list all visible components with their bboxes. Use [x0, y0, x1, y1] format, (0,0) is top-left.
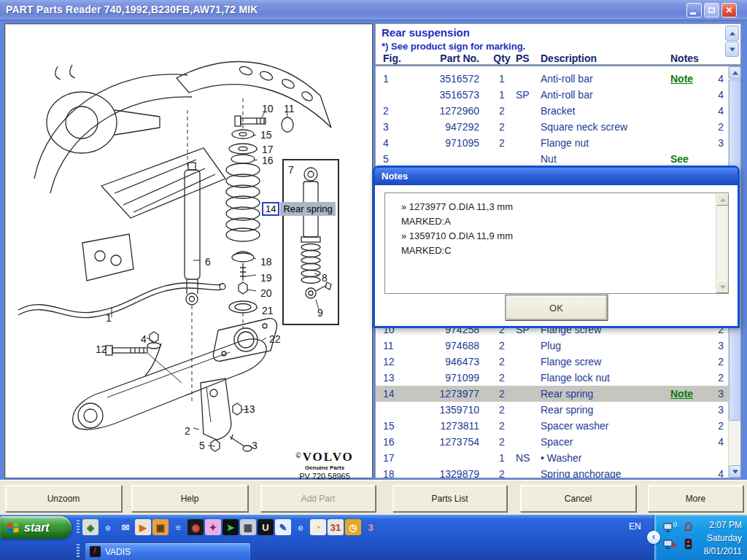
parts-row[interactable]: 171NS• Washer — [376, 450, 728, 466]
script-editor-icon[interactable]: ◈ — [82, 519, 98, 535]
parts-row[interactable]: 35165731SPAnti-roll bar4 — [376, 87, 728, 103]
parts-row[interactable]: 1512738112Spacer washer2 — [376, 418, 728, 434]
tray-clock[interactable]: 2:07 PM Saturday 8/01/2011 — [704, 518, 743, 558]
help-button[interactable]: Help — [131, 485, 248, 512]
diagram-callout-17: 17 — [262, 144, 274, 155]
parts-row[interactable]: 119746882Plug3 — [376, 338, 728, 354]
parts-row[interactable]: 212729602Bracket4 — [376, 103, 728, 119]
system-tray: ‹ 2:07 PM Saturday 8/ — [654, 515, 747, 560]
note-link[interactable]: Note — [670, 73, 716, 85]
clock-app-icon[interactable]: ◷ — [345, 519, 361, 535]
parts-row[interactable]: 49710952Flange nut3 — [376, 135, 728, 151]
calculator-icon[interactable]: ▦ — [240, 519, 256, 535]
cell-desc: Flange nut — [541, 137, 670, 149]
email-icon[interactable]: ✉ — [117, 519, 133, 535]
diagram-callout-16: 16 — [262, 155, 274, 166]
cell-fig: 17 — [383, 452, 412, 464]
alert-icon[interactable] — [681, 520, 696, 534]
diagram-callout-18: 18 — [260, 256, 272, 268]
parts-row[interactable]: 135165721Anti-roll barNote4 — [376, 71, 728, 87]
internet-explorer-icon[interactable]: e — [100, 519, 116, 535]
note-link[interactable]: Note — [670, 388, 716, 400]
col-part-no: Part No. — [412, 52, 488, 64]
parts-row[interactable]: 129464732Flange screw2 — [376, 354, 728, 370]
network-status-icon[interactable] — [663, 520, 678, 534]
notes-scroll-down[interactable] — [716, 281, 729, 293]
cell-qty: 2 — [488, 436, 516, 448]
taskbar-button-vadis[interactable]: VADIS — [85, 542, 251, 560]
diagram-callout-15: 15 — [260, 129, 272, 141]
maximize-button[interactable] — [704, 3, 719, 18]
diagram-panel[interactable]: 123456891011121315171618192021227 14 Rea… — [4, 23, 373, 478]
notes-textbox[interactable]: » 1273977 O.DIA 11,3 mm MARKED:A » 13597… — [384, 192, 729, 294]
language-indicator[interactable]: EN — [629, 521, 641, 532]
diagram-callout-9: 9 — [317, 307, 323, 319]
start-button[interactable]: start — [0, 516, 71, 539]
device-status-icon[interactable] — [681, 537, 696, 551]
cell-fig: 1 — [383, 73, 412, 85]
msn-icon[interactable]: ✦ — [205, 519, 221, 535]
network-disconnected-icon[interactable] — [663, 537, 678, 551]
internet-explorer-2-icon[interactable]: e — [293, 519, 309, 535]
parts-row[interactable]: 1813298792Spring anchorage4 — [376, 466, 728, 478]
three-app-icon[interactable]: 3 — [363, 519, 379, 535]
cell-qty: 2 — [488, 420, 516, 432]
cell-fig: 11 — [383, 340, 412, 351]
parts-row[interactable]: 139710992Flange lock nut2 — [376, 370, 728, 386]
cd-player-icon[interactable]: ◉ — [187, 519, 204, 535]
chrome-icon[interactable]: ◔ — [310, 519, 326, 535]
calendar-icon[interactable]: 31 — [328, 519, 344, 535]
section-scroll-up-button[interactable] — [725, 26, 739, 41]
cell-desc: Rear spring — [541, 404, 670, 416]
selected-part-label[interactable]: 14 Rear spring — [262, 202, 336, 216]
notes-scrollbar[interactable] — [716, 193, 728, 293]
cell-extra: 4 — [716, 89, 724, 101]
taskband-handle[interactable] — [77, 544, 80, 559]
cancel-button[interactable]: Cancel — [520, 485, 636, 512]
unzoom-button[interactable]: Unzoom — [5, 485, 122, 512]
parts-header: Rear suspension *) See product sign for … — [375, 23, 741, 65]
ok-button[interactable]: OK — [505, 295, 608, 321]
tray-collapse-chevron-icon[interactable]: ‹ — [647, 531, 660, 544]
run-arrow-icon[interactable]: ➤ — [222, 519, 239, 535]
folder-window-icon[interactable]: ▣ — [152, 519, 169, 535]
show-desktop-icon[interactable]: ≡ — [170, 519, 186, 535]
diagram-callout-5: 5 — [199, 440, 205, 451]
cell-desc: Nut — [541, 153, 670, 165]
vadis-app-icon[interactable]: U — [258, 519, 274, 535]
cell-extra: 3 — [716, 137, 724, 149]
parts-list-button[interactable]: Parts List — [392, 485, 507, 512]
parts-row[interactable]: 1612737542Spacer4 — [376, 434, 728, 450]
cell-qty: 1 — [488, 73, 516, 85]
parts-row[interactable]: 13597102Rear spring3 — [376, 402, 728, 418]
add-part-button[interactable]: Add Part — [260, 485, 376, 512]
scroll-up-arrow[interactable] — [729, 66, 741, 79]
parts-row[interactable]: 5NutSee — [376, 151, 728, 167]
marking-note: *) See product sign for marking. — [382, 41, 525, 52]
cell-qty: 2 — [488, 468, 516, 478]
section-scroll-down-button[interactable] — [725, 42, 739, 57]
diagram-callout-2: 2 — [185, 425, 190, 437]
media-player-icon[interactable]: ▶ — [135, 519, 151, 535]
note-link[interactable]: See — [670, 153, 716, 165]
cell-extra: 3 — [716, 340, 724, 351]
volvo-brand-text: VOLVO — [303, 450, 354, 464]
quicklaunch-handle[interactable] — [77, 520, 80, 534]
diagram-callout-11: 11 — [284, 103, 295, 114]
minimize-button[interactable] — [686, 3, 702, 18]
notes-scroll-up[interactable] — [716, 193, 729, 206]
cell-qty: 2 — [488, 356, 516, 368]
scroll-down-arrow[interactable] — [729, 465, 741, 478]
diagram-callout-6: 6 — [205, 256, 211, 268]
cell-desc: Anti-roll bar — [541, 73, 670, 85]
cell-extra: 4 — [716, 73, 724, 85]
parts-row[interactable]: 1412739772Rear springNote3 — [376, 386, 728, 402]
close-button[interactable]: ✕ — [721, 3, 737, 18]
notepad-icon[interactable]: ✎ — [275, 519, 291, 535]
more-button[interactable]: More — [648, 485, 743, 512]
cell-part: 1273754 — [412, 436, 488, 448]
notes-dialog-title: Notes — [382, 171, 408, 182]
cell-fig: 15 — [383, 420, 412, 432]
parts-row[interactable]: 39472922Square neck screw2 — [376, 119, 728, 135]
notes-dialog-titlebar[interactable]: Notes — [375, 168, 738, 185]
